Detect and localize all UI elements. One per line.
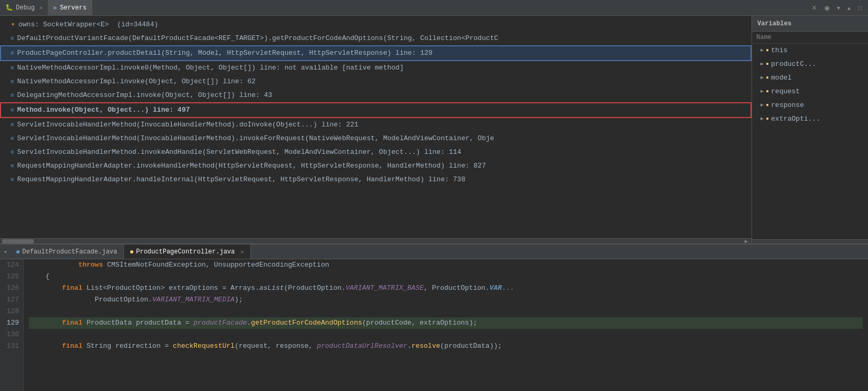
variable-item-response[interactable]: ▶ ● response — [752, 99, 868, 112]
stack-frame-icon: ≡ — [11, 47, 14, 59]
stack-item[interactable]: ≡ DelegatingMethodAccessorImpl.invoke(Ob… — [0, 89, 752, 102]
code-content[interactable]: throws CMSItemNotFoundException, Unsuppo… — [24, 259, 868, 391]
file-tab-label: ProductPageController.java — [136, 248, 235, 256]
file-tab-close[interactable]: ✕ — [241, 249, 244, 255]
stack-frame-icon: ≡ — [11, 76, 14, 87]
arrow-icon: ▶ — [760, 86, 764, 97]
stack-frame-text: DefaultProductVariantFacade(DefaultProdu… — [17, 33, 499, 44]
file-tab-default-facade[interactable]: DefaultProductFacade.java — [10, 245, 124, 259]
stack-item[interactable]: ≡ DefaultProductVariantFacade(DefaultPro… — [0, 32, 752, 45]
var-name: response — [771, 100, 804, 111]
stack-frame-icon: ≡ — [11, 146, 14, 158]
bottom-section: ◂ DefaultProductFacade.java ProductPageC… — [0, 243, 868, 391]
code-line-125: { — [29, 271, 863, 282]
file-tab-page-controller[interactable]: ProductPageController.java ✕ — [124, 245, 250, 259]
line-number-active: 129 — [4, 317, 19, 329]
stack-frame-text: NativeMethodAccessorImpl.invoke0(Method,… — [17, 62, 404, 74]
stack-frame-icon: ≡ — [11, 119, 14, 131]
stack-item[interactable]: ⚬ owns: SocketWrapper<E> (id=34484) — [0, 18, 752, 32]
stack-frame-icon: ≡ — [11, 133, 14, 144]
horizontal-scrollbar[interactable]: ▶ — [0, 238, 752, 243]
code-line-127: ProductOption.VARIANT_MATRIX_MEDIA); — [29, 294, 863, 306]
arrow-icon: ▶ — [760, 100, 764, 111]
stack-frame-icon: ≡ — [11, 33, 14, 44]
stack-frame-text: RequestMappingHandlerAdapter.invokeHandl… — [17, 160, 486, 172]
variable-item-productc[interactable]: ▶ ● productC... — [752, 57, 868, 71]
var-name: productC... — [771, 59, 816, 70]
var-dot-icon: ● — [766, 114, 769, 124]
variables-list[interactable]: ▶ ● this ▶ ● productC... ▶ ● model ▶ ● r… — [752, 44, 868, 239]
stack-item[interactable]: ≡ ServletInvocableHandlerMethod(Invocabl… — [0, 118, 752, 132]
code-line-130 — [29, 329, 863, 340]
code-line-131: final String redirection = checkRequestU… — [29, 340, 863, 352]
var-dot-icon: ● — [766, 45, 769, 56]
file-tab-scroll-left[interactable]: ◂ — [0, 248, 10, 256]
line-number: 126 — [4, 282, 19, 294]
stack-list[interactable]: ⚬ owns: SocketWrapper<E> (id=34484) ≡ De… — [0, 16, 752, 238]
debug-icon: 🐛 — [5, 4, 13, 12]
stack-item[interactable]: ≡ RequestMappingHandlerAdapter.invokeHan… — [0, 159, 752, 173]
code-line-129: final ProductData productData = productF… — [29, 317, 863, 329]
main-area: ⚬ owns: SocketWrapper<E> (id=34484) ≡ De… — [0, 16, 868, 243]
arrow-icon: ▶ — [760, 73, 764, 83]
stack-frame-text: ServletInvocableHandlerMethod(InvocableH… — [17, 119, 359, 131]
variables-title: Variables — [757, 20, 792, 27]
stack-frame-text: RequestMappingHandlerAdapter.handleInter… — [17, 174, 465, 185]
variable-item-this[interactable]: ▶ ● this — [752, 44, 868, 57]
maximize-button[interactable]: ▴ — [845, 3, 853, 13]
stack-item[interactable]: ≡ NativeMethodAccessorImpl.invoke(Object… — [0, 75, 752, 89]
line-number: 124 — [4, 259, 19, 271]
tab-toolbar: ✕ ◉ ▾ ▴ □ — [810, 3, 868, 13]
file-tab-bar: ◂ DefaultProductFacade.java ProductPageC… — [0, 245, 868, 259]
scrollbar-thumb — [2, 239, 34, 243]
close-view-button[interactable]: ✕ — [810, 3, 819, 13]
code-line-124: throws CMSItemNotFoundException, Unsuppo… — [29, 259, 863, 271]
var-name: this — [771, 45, 787, 56]
stack-panel: ⚬ owns: SocketWrapper<E> (id=34484) ≡ De… — [0, 16, 752, 243]
line-number: 130 — [4, 329, 19, 340]
tab-servers[interactable]: ▶ Servers — [48, 0, 92, 15]
line-number: 131 — [4, 340, 19, 352]
arrow-icon: ▶ — [760, 114, 764, 124]
tab-servers-label: Servers — [60, 4, 86, 12]
variable-item-extraopti[interactable]: ▶ ● extraOpti... — [752, 112, 868, 126]
code-line-126: final List<ProductOption> extraOptions =… — [29, 282, 863, 294]
var-dot-icon: ● — [766, 100, 769, 111]
restore-button[interactable]: □ — [856, 3, 864, 13]
pin-button[interactable]: ◉ — [822, 3, 832, 13]
line-number: 128 — [4, 306, 19, 317]
line-number: 125 — [4, 271, 19, 282]
variable-item-request[interactable]: ▶ ● request — [752, 85, 868, 99]
stack-frame-icon: ≡ — [11, 174, 14, 185]
arrow-icon: ▶ — [760, 59, 764, 70]
file-tab-dot — [130, 250, 133, 253]
stack-item-red-highlight[interactable]: ≡ Method.invoke(Object, Object...) line:… — [0, 102, 752, 118]
stack-item[interactable]: ≡ ServletInvocableHandlerMethod(Invocabl… — [0, 132, 752, 145]
stack-item[interactable]: ≡ RequestMappingHandlerAdapter.handleInt… — [0, 173, 752, 187]
line-numbers: 124 125 126 127 128 129 130 131 — [0, 259, 24, 391]
tab-debug-close[interactable]: ✕ — [40, 5, 43, 11]
tab-debug[interactable]: 🐛 Debug ✕ — [0, 0, 48, 15]
stack-frame-text: Method.invoke(Object, Object...) line: 4… — [17, 104, 190, 116]
variables-header: Variables — [752, 16, 868, 32]
file-tab-dot — [16, 250, 19, 253]
var-dot-icon: ● — [766, 73, 769, 83]
code-editor[interactable]: 124 125 126 127 128 129 130 131 throws C… — [0, 259, 868, 391]
stack-frame-text: DelegatingMethodAccessorImpl.invoke(Obje… — [17, 90, 272, 101]
minimize-button[interactable]: ▾ — [835, 3, 842, 13]
stack-frame-icon: ≡ — [11, 104, 14, 116]
stack-frame-text: NativeMethodAccessorImpl.invoke(Object, … — [17, 76, 256, 87]
var-name: model — [771, 73, 792, 83]
stack-item[interactable]: ≡ NativeMethodAccessorImpl.invoke0(Metho… — [0, 61, 752, 75]
stack-item[interactable]: ≡ ServletInvocableHandlerMethod.invokeAn… — [0, 145, 752, 159]
variable-item-model[interactable]: ▶ ● model — [752, 71, 868, 85]
stack-frame-text: ProductPageController.productDetail(Stri… — [17, 47, 433, 59]
line-number: 127 — [4, 294, 19, 306]
debug-tab-bar: 🐛 Debug ✕ ▶ Servers ✕ ◉ ▾ ▴ □ — [0, 0, 868, 16]
stack-frame-text: ServletInvocableHandlerMethod.invokeAndH… — [17, 146, 462, 158]
variables-v-scrollbar[interactable] — [752, 239, 868, 243]
var-dot-icon: ● — [766, 86, 769, 97]
var-name: request — [771, 86, 800, 97]
code-line-128 — [29, 306, 863, 317]
stack-item-selected[interactable]: ≡ ProductPageController.productDetail(St… — [0, 45, 752, 61]
